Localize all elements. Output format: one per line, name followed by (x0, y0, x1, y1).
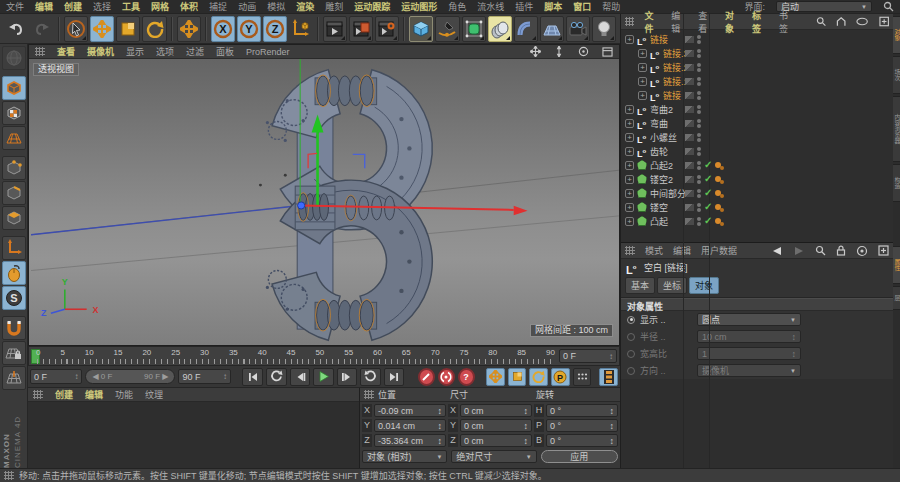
tab-basic[interactable]: 基本 (625, 277, 655, 294)
layer-chip[interactable] (685, 92, 694, 99)
start-frame-field[interactable]: 0 F↕ (30, 369, 82, 384)
size-mode-dropdown[interactable]: 绝对尺寸▼ (451, 450, 536, 463)
rotate-view-icon[interactable] (577, 46, 589, 58)
coordinate-system-button[interactable] (289, 16, 313, 42)
frame-range-slider[interactable]: ◀ 0 F 90 F ▶ (85, 369, 175, 384)
target-icon[interactable] (856, 245, 868, 257)
spinner-icon[interactable]: ↕ (610, 406, 615, 416)
enabled-check-icon[interactable]: ✓ (704, 174, 712, 184)
spinner-icon[interactable]: ↕ (524, 421, 529, 431)
vp-menu-options[interactable]: 选项 (156, 45, 174, 58)
expand-icon[interactable]: + (638, 63, 647, 72)
spinner-icon[interactable]: ↕ (438, 436, 443, 446)
panel-handle-icon[interactable] (35, 47, 45, 56)
position-y-field[interactable]: 0.014 cm↕ (374, 419, 446, 432)
visibility-dots-icon[interactable] (697, 49, 701, 58)
menu-sculpt[interactable]: 雕刻 (325, 0, 343, 13)
layer-chip[interactable] (685, 134, 694, 141)
deformer-button[interactable] (514, 16, 538, 42)
zoom-view-icon[interactable] (553, 46, 565, 58)
enabled-check-icon[interactable]: ✓ (704, 216, 712, 226)
visibility-dots-icon[interactable] (697, 189, 701, 198)
menu-window[interactable]: 窗口 (573, 0, 591, 13)
menu-pipeline[interactable]: 流水线 (477, 0, 504, 13)
layer-chip[interactable] (685, 162, 694, 169)
layer-chip[interactable] (685, 50, 694, 57)
am-menu-mode[interactable]: 模式 (645, 244, 663, 257)
key-circle-icon[interactable] (627, 350, 635, 358)
menu-render[interactable]: 渲染 (296, 0, 314, 13)
menu-mograph[interactable]: 运动图形 (401, 0, 437, 13)
spinner-icon[interactable]: ↕ (438, 406, 443, 416)
spinner-icon[interactable]: ↕ (223, 372, 227, 381)
autokey-button[interactable] (438, 368, 455, 386)
enabled-check-icon[interactable]: ✓ (704, 202, 712, 212)
key-parameter-toggle[interactable]: P (551, 368, 570, 386)
points-mode-button[interactable] (2, 156, 26, 180)
layer-chip[interactable] (685, 148, 694, 155)
vp-menu-filter[interactable]: 过滤 (186, 45, 204, 58)
rotation-p-field[interactable]: 0 °↕ (546, 419, 618, 432)
object-row[interactable]: +镂空✓ (621, 200, 893, 214)
spinner-icon[interactable]: ↕ (524, 406, 529, 416)
position-z-field[interactable]: -35.364 cm↕ (374, 434, 446, 447)
phong-tag-icon[interactable] (715, 162, 721, 168)
object-row[interactable]: +Lo链接.3 (621, 46, 893, 60)
lock-x-axis-button[interactable]: X (211, 16, 235, 42)
tab-objects-vertical[interactable]: 对象 (893, 16, 900, 54)
expand-icon[interactable]: + (638, 49, 647, 58)
subdivision-surface-button[interactable] (462, 16, 486, 42)
spinner-icon[interactable]: ↕ (438, 421, 443, 431)
current-frame-field[interactable]: 0 F↕ (559, 349, 617, 363)
layer-chip[interactable] (685, 120, 694, 127)
visibility-dots-icon[interactable] (697, 105, 701, 114)
previous-frame-button[interactable] (290, 368, 311, 386)
menu-motion-tracker[interactable]: 运动跟踪 (354, 0, 390, 13)
vp-menu-prorender[interactable]: ProRender (246, 47, 290, 57)
mouse-mode-button[interactable] (2, 261, 26, 285)
object-row[interactable]: +Lo链接.2 (621, 60, 893, 74)
floor-button[interactable] (540, 16, 564, 42)
spinner-icon[interactable]: ↕ (74, 372, 78, 381)
phong-tag-icon[interactable] (715, 204, 721, 210)
layer-chip[interactable] (685, 64, 694, 71)
size-z-field[interactable]: 0 cm↕ (460, 434, 532, 447)
visibility-dots-icon[interactable] (697, 91, 701, 100)
mat-menu-texture[interactable]: 纹理 (145, 388, 163, 401)
vp-menu-camera[interactable]: 摄像机 (87, 45, 114, 58)
display-dropdown[interactable]: 圆点▼ (697, 313, 801, 326)
object-row[interactable]: +Lo弯曲 (621, 116, 893, 130)
visibility-dots-icon[interactable] (697, 35, 701, 44)
tab-structure-vertical[interactable]: 构造 (893, 164, 900, 202)
visibility-dots-icon[interactable] (697, 161, 701, 170)
spinner-icon[interactable]: ↕ (610, 421, 615, 431)
spinner-icon[interactable]: ↕ (610, 436, 615, 446)
spline-pen-button[interactable] (435, 16, 459, 42)
enabled-check-icon[interactable]: ✓ (704, 160, 712, 170)
camera-button[interactable] (566, 16, 590, 42)
object-row[interactable]: +Lo弯曲2 (621, 102, 893, 116)
om-menu-file[interactable]: 文件 (644, 9, 661, 35)
magnet-button[interactable] (2, 316, 26, 340)
next-frame-button[interactable] (337, 368, 358, 386)
orientation-dropdown[interactable]: 摄像机▼ (697, 364, 801, 377)
last-used-tool-button[interactable] (177, 16, 201, 42)
live-selection-button[interactable] (64, 16, 88, 42)
lock-y-axis-button[interactable]: Y (237, 16, 261, 42)
mat-menu-create[interactable]: 创建 (55, 388, 73, 401)
key-circle-icon[interactable] (627, 316, 635, 324)
search-icon[interactable] (816, 16, 826, 27)
workplane-mode-button[interactable] (2, 126, 26, 150)
expand-icon[interactable]: + (625, 203, 634, 212)
primitive-cube-button[interactable] (409, 16, 433, 42)
expand-icon[interactable]: + (638, 91, 647, 100)
spinner-icon[interactable]: ↕ (609, 352, 613, 361)
light-button[interactable] (592, 16, 616, 42)
expand-icon[interactable]: + (638, 77, 647, 86)
render-picture-viewer-button[interactable] (349, 16, 373, 42)
expand-icon[interactable]: + (625, 189, 634, 198)
lock-z-axis-button[interactable]: Z (263, 16, 287, 42)
object-row[interactable]: +凸起2✓ (621, 158, 893, 172)
menu-create[interactable]: 创建 (64, 0, 82, 13)
visibility-dots-icon[interactable] (697, 119, 701, 128)
